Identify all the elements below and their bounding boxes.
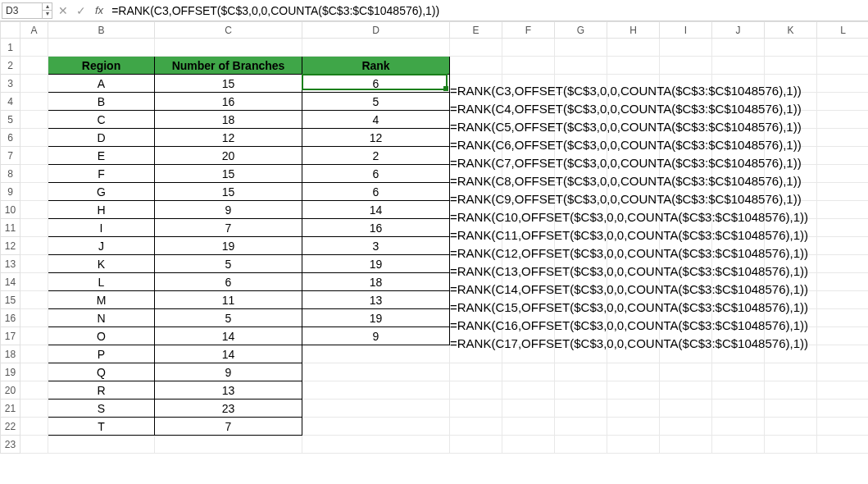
cell-F22[interactable]: [502, 418, 555, 436]
cell-G15[interactable]: [555, 291, 607, 309]
cell-L14[interactable]: [817, 273, 869, 291]
cell-H22[interactable]: [607, 418, 660, 436]
cell-J17[interactable]: [712, 327, 765, 345]
cell-A7[interactable]: [20, 147, 48, 165]
cell-I7[interactable]: [660, 147, 712, 165]
cell-G17[interactable]: [555, 327, 607, 345]
cell-F3[interactable]: [502, 75, 555, 93]
row-header[interactable]: 19: [1, 363, 20, 381]
cell-J12[interactable]: [712, 237, 765, 255]
cell-J6[interactable]: [712, 129, 765, 147]
cell-B13[interactable]: K: [48, 255, 155, 273]
cell-I15[interactable]: [660, 291, 712, 309]
cell-E16[interactable]: =RANK(C16,OFFSET($C$3,0,0,COUNTA($C$3:$C…: [450, 309, 502, 327]
cell-J14[interactable]: [712, 273, 765, 291]
cell-B21[interactable]: S: [48, 400, 155, 418]
col-header-J[interactable]: J: [712, 22, 765, 39]
cell-H5[interactable]: [607, 111, 660, 129]
row-header[interactable]: 9: [1, 183, 20, 201]
cell-C22[interactable]: 7: [155, 418, 302, 436]
cell-L5[interactable]: [817, 111, 869, 129]
cell-D8[interactable]: 6: [302, 165, 450, 183]
cell-E9[interactable]: =RANK(C9,OFFSET($C$3,0,0,COUNTA($C$3:$C$…: [450, 183, 502, 201]
cell-E5[interactable]: =RANK(C5,OFFSET($C$3,0,0,COUNTA($C$3:$C$…: [450, 111, 502, 129]
row-header[interactable]: 4: [1, 93, 20, 111]
cell-J5[interactable]: [712, 111, 765, 129]
cell-C14[interactable]: 6: [155, 273, 302, 291]
cell-J19[interactable]: [712, 363, 765, 381]
cell-B3[interactable]: A: [48, 75, 155, 93]
col-header-H[interactable]: H: [607, 22, 660, 39]
cell-D23[interactable]: [302, 436, 450, 454]
cell-A8[interactable]: [20, 165, 48, 183]
cell-D2[interactable]: Rank: [302, 57, 450, 75]
cell-K11[interactable]: [765, 219, 817, 237]
col-header-L[interactable]: L: [817, 22, 869, 39]
cell-G1[interactable]: [555, 39, 607, 57]
cell-C16[interactable]: 5: [155, 309, 302, 327]
row-header[interactable]: 1: [1, 39, 20, 57]
cell-D10[interactable]: 14: [302, 201, 450, 219]
cell-E3[interactable]: =RANK(C3,OFFSET($C$3,0,0,COUNTA($C$3:$C$…: [450, 75, 502, 93]
cell-H6[interactable]: [607, 129, 660, 147]
cell-D5[interactable]: 4: [302, 111, 450, 129]
cell-K15[interactable]: [765, 291, 817, 309]
cell-C13[interactable]: 5: [155, 255, 302, 273]
cell-L7[interactable]: [817, 147, 869, 165]
cell-D11[interactable]: 16: [302, 219, 450, 237]
cell-E20[interactable]: [450, 381, 502, 400]
name-box[interactable]: [2, 3, 42, 18]
cell-A3[interactable]: [20, 75, 48, 93]
cell-C23[interactable]: [155, 436, 302, 454]
cell-I5[interactable]: [660, 111, 712, 129]
cell-B4[interactable]: B: [48, 93, 155, 111]
formula-cancel-icon[interactable]: ✕: [56, 4, 70, 17]
cell-B22[interactable]: T: [48, 418, 155, 436]
cell-J16[interactable]: [712, 309, 765, 327]
cell-L15[interactable]: [817, 291, 869, 309]
cell-L10[interactable]: [817, 201, 869, 219]
col-header-E[interactable]: E: [450, 22, 502, 39]
fx-icon[interactable]: fx: [92, 4, 107, 16]
cell-G9[interactable]: [555, 183, 607, 201]
cell-K1[interactable]: [765, 39, 817, 57]
cell-J21[interactable]: [712, 400, 765, 418]
cell-K2[interactable]: [765, 57, 817, 75]
cell-H14[interactable]: [607, 273, 660, 291]
row-header[interactable]: 16: [1, 309, 20, 327]
row-header[interactable]: 14: [1, 273, 20, 291]
cell-I9[interactable]: [660, 183, 712, 201]
cell-G21[interactable]: [555, 400, 607, 418]
cell-K7[interactable]: [765, 147, 817, 165]
cell-D22[interactable]: [302, 418, 450, 436]
col-header-C[interactable]: C: [155, 22, 302, 39]
cell-C20[interactable]: 13: [155, 381, 302, 400]
cell-B16[interactable]: N: [48, 309, 155, 327]
cell-K8[interactable]: [765, 165, 817, 183]
cell-A17[interactable]: [20, 327, 48, 345]
cell-J4[interactable]: [712, 93, 765, 111]
cell-F11[interactable]: [502, 219, 555, 237]
cell-J1[interactable]: [712, 39, 765, 57]
cell-I20[interactable]: [660, 381, 712, 400]
cell-J7[interactable]: [712, 147, 765, 165]
cell-J2[interactable]: [712, 57, 765, 75]
cell-J13[interactable]: [712, 255, 765, 273]
cell-A19[interactable]: [20, 363, 48, 381]
row-header[interactable]: 11: [1, 219, 20, 237]
cell-I14[interactable]: [660, 273, 712, 291]
cell-E2[interactable]: [450, 57, 502, 75]
cell-B11[interactable]: I: [48, 219, 155, 237]
col-header-I[interactable]: I: [660, 22, 712, 39]
cell-A14[interactable]: [20, 273, 48, 291]
cell-B18[interactable]: P: [48, 345, 155, 363]
cell-K10[interactable]: [765, 201, 817, 219]
cell-C17[interactable]: 14: [155, 327, 302, 345]
cell-C7[interactable]: 20: [155, 147, 302, 165]
cell-D14[interactable]: 18: [302, 273, 450, 291]
row-header[interactable]: 22: [1, 418, 20, 436]
cell-L2[interactable]: [817, 57, 869, 75]
cell-H3[interactable]: [607, 75, 660, 93]
cell-F18[interactable]: [502, 345, 555, 363]
cell-I6[interactable]: [660, 129, 712, 147]
